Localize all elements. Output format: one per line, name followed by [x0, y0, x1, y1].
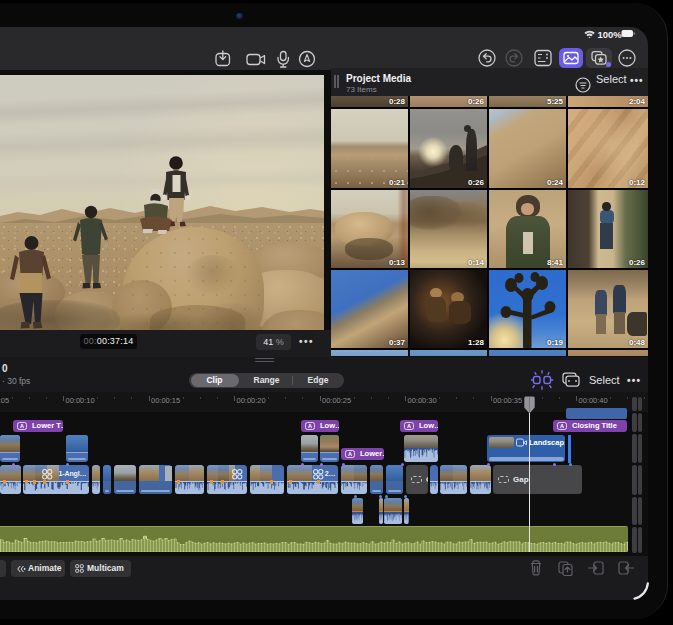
svg-text:100%: 100%: [598, 29, 623, 40]
